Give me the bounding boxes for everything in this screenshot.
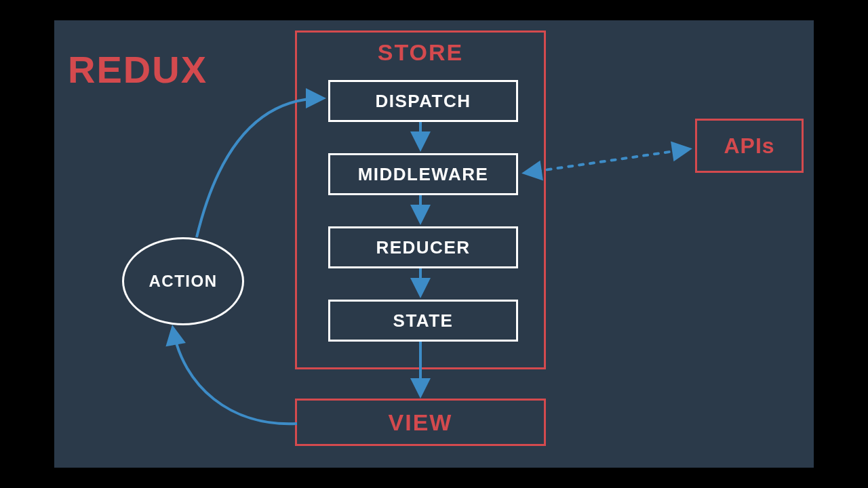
diagram-title: REDUX <box>68 47 208 92</box>
view-box: VIEW <box>295 399 546 446</box>
arrow-view-action <box>173 329 297 424</box>
stage: REDUX STORE DISPATCH MIDDLEWARE REDUCER … <box>0 0 868 488</box>
state-box: STATE <box>328 300 518 342</box>
apis-box: APIs <box>695 119 804 173</box>
action-ellipse: ACTION <box>122 237 244 325</box>
reducer-box: REDUCER <box>328 226 518 268</box>
middleware-box: MIDDLEWARE <box>328 153 518 195</box>
dispatch-box: DISPATCH <box>328 80 518 122</box>
arrow-middleware-apis <box>526 149 688 173</box>
diagram-panel: REDUX STORE DISPATCH MIDDLEWARE REDUCER … <box>54 20 814 468</box>
store-container: STORE DISPATCH MIDDLEWARE REDUCER STATE <box>295 30 546 369</box>
store-title: STORE <box>297 39 544 66</box>
